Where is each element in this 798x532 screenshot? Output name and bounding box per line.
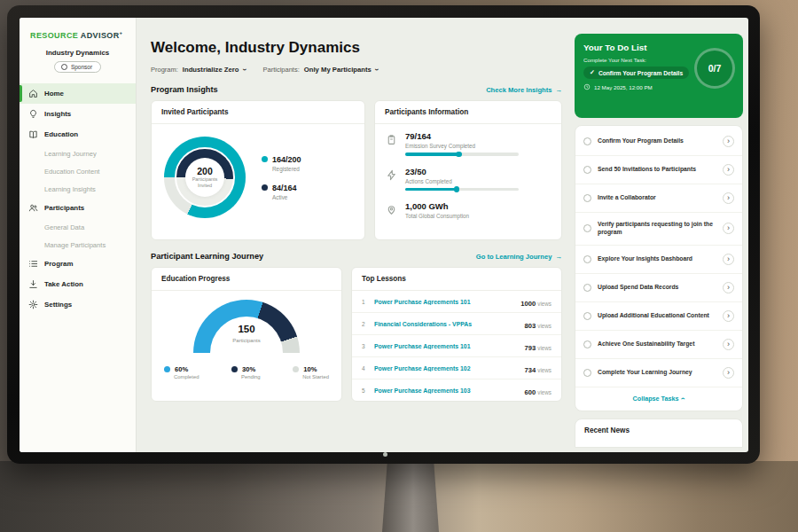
chevron-right-icon[interactable]: › xyxy=(723,310,734,322)
legend-item: 60% Completed xyxy=(164,365,200,379)
participants-select[interactable]: Only My Participants › xyxy=(304,66,378,74)
sponsor-badge-label: Sponsor xyxy=(71,64,92,70)
views-count: 600 xyxy=(525,388,536,396)
task-label: Upload Additional Educational Content xyxy=(598,312,716,320)
sidebar-item-take-action[interactable]: Take Action xyxy=(20,274,136,294)
lesson-views: 734views xyxy=(525,360,552,376)
task-checkbox[interactable] xyxy=(583,255,591,263)
task-label: Confirm Your Program Details xyxy=(598,137,716,145)
education-progress-gauge: 150 Participants xyxy=(193,300,300,355)
task-item[interactable]: Verify participants requesting to join t… xyxy=(575,213,742,246)
arrow-right-icon: → xyxy=(555,253,562,261)
views-label: views xyxy=(537,323,552,329)
recent-news-card: Recent News xyxy=(575,419,743,448)
sidebar-item-manage-participants[interactable]: Manage Participants xyxy=(20,236,136,254)
progress-fill xyxy=(405,188,458,192)
check-more-insights-link[interactable]: Check More Insights → xyxy=(486,86,562,94)
stat-value: 1,000 GWh xyxy=(405,201,469,211)
chevron-right-icon[interactable]: › xyxy=(723,339,734,350)
task-item[interactable]: Confirm Your Program Details › xyxy=(575,128,742,156)
dashboard-screen: RESOURCE ADVISOR+ Industry Dynamics Spon… xyxy=(20,18,748,452)
views-label: views xyxy=(537,367,552,373)
sidebar-item-participants[interactable]: Participants xyxy=(20,198,136,218)
chevron-right-icon[interactable]: › xyxy=(723,254,734,265)
chevron-right-icon[interactable]: › xyxy=(723,192,734,204)
legend-item: 164/200 Registered xyxy=(262,155,301,172)
task-checkbox[interactable] xyxy=(583,194,591,202)
stat-value: 23/50 xyxy=(405,167,519,176)
sidebar: RESOURCE ADVISOR+ Industry Dynamics Spon… xyxy=(20,18,137,452)
org-name: Industry Dynamics xyxy=(20,49,136,57)
task-checkbox[interactable] xyxy=(583,137,591,145)
sidebar-item-education[interactable]: Education xyxy=(20,124,136,145)
sidebar-item-learning-journey[interactable]: Learning Journey xyxy=(20,145,136,162)
chevron-right-icon[interactable]: › xyxy=(723,136,734,147)
task-checkbox[interactable] xyxy=(583,284,591,292)
stat-label: Total Global Consumption xyxy=(405,213,469,219)
gauge-center-value: 150 xyxy=(193,324,300,334)
logo-plus: + xyxy=(120,30,123,35)
legend-item: 30% Pending xyxy=(231,365,261,379)
lesson-link[interactable]: Power Purchase Agreements 103 xyxy=(374,387,519,394)
todo-progress-count: 0/7 xyxy=(708,63,722,74)
sidebar-item-education-content[interactable]: Education Content xyxy=(20,162,136,180)
chevron-right-icon[interactable]: › xyxy=(723,164,734,176)
sidebar-item-label: Education Content xyxy=(44,168,99,176)
progress-bar xyxy=(405,188,519,192)
top-lessons-card: Top Lessons 1 Power Purchase Agreements … xyxy=(351,267,562,402)
sidebar-item-settings[interactable]: Settings xyxy=(20,294,136,315)
task-label: Upload Spend Data Records xyxy=(598,284,716,292)
task-checkbox[interactable] xyxy=(583,166,591,174)
legend-dot xyxy=(262,156,268,162)
participants-information-card: Participants Information 79/164 Emission… xyxy=(374,100,562,240)
sidebar-item-general-data[interactable]: General Data xyxy=(20,218,136,236)
sidebar-item-learning-insights[interactable]: Learning Insights xyxy=(20,180,136,198)
monitor-logo-dot xyxy=(383,452,387,457)
invited-participants-card: Invited Participants 200 Participants In… xyxy=(151,100,365,240)
arrow-right-icon: → xyxy=(555,86,562,94)
legend-item: 84/164 Active xyxy=(262,184,301,200)
legend-dot xyxy=(293,366,299,372)
views-count: 734 xyxy=(525,366,536,374)
take-action-icon xyxy=(28,279,38,289)
consumption-icon xyxy=(386,203,397,215)
lesson-row: 3 Power Purchase Agreements 101 793views xyxy=(352,334,561,356)
task-item[interactable]: Achieve One Sustainability Target › xyxy=(575,331,742,359)
lesson-link[interactable]: Financial Considerations - VPPAs xyxy=(374,321,519,327)
task-checkbox[interactable] xyxy=(583,312,591,320)
go-to-learning-journey-link[interactable]: Go to Learning Journey → xyxy=(476,253,562,261)
chevron-right-icon[interactable]: › xyxy=(723,223,734,234)
sidebar-item-label: Insights xyxy=(44,110,71,118)
donut-center-value: 200 xyxy=(197,166,213,176)
task-checkbox[interactable] xyxy=(583,340,591,348)
task-checkbox[interactable] xyxy=(583,224,591,232)
sidebar-item-label: Manage Participants xyxy=(44,241,106,249)
task-item[interactable]: Send 50 Invitations to Participants › xyxy=(575,156,742,184)
lesson-link[interactable]: Power Purchase Agreements 101 xyxy=(374,343,519,349)
legend-dot xyxy=(231,366,238,372)
task-item[interactable]: Invite a Collaborator › xyxy=(575,184,742,213)
task-item[interactable]: Complete Your Learning Journey › xyxy=(575,359,742,387)
sidebar-item-label: Settings xyxy=(44,301,72,309)
program-select[interactable]: Industrialize Zero › xyxy=(183,66,246,74)
task-item[interactable]: Upload Additional Educational Content › xyxy=(575,302,742,331)
sponsor-icon xyxy=(61,64,67,70)
legend-label: Registered xyxy=(272,166,301,172)
sidebar-item-program[interactable]: Program xyxy=(20,254,136,274)
lesson-link[interactable]: Power Purchase Agreements 102 xyxy=(374,365,519,372)
lesson-row: 2 Financial Considerations - VPPAs 803vi… xyxy=(352,312,561,334)
sidebar-item-home[interactable]: Home xyxy=(20,83,136,104)
collapse-tasks-link[interactable]: Collapse Tasks › xyxy=(575,387,742,409)
task-checkbox[interactable] xyxy=(583,369,591,377)
task-item[interactable]: Upload Spend Data Records › xyxy=(575,274,742,302)
sidebar-item-insights[interactable]: Insights xyxy=(20,104,136,124)
chevron-right-icon[interactable]: › xyxy=(723,367,734,379)
lesson-row: 4 Power Purchase Agreements 102 734views xyxy=(352,356,561,379)
task-item[interactable]: Explore Your Insights Dashboard › xyxy=(575,246,742,274)
lesson-link[interactable]: Power Purchase Agreements 101 xyxy=(374,299,514,305)
next-task-chip[interactable]: ✓ Confirm Your Program Details xyxy=(583,66,689,79)
lesson-list: 1 Power Purchase Agreements 101 1000view… xyxy=(352,291,561,401)
views-label: views xyxy=(537,345,552,351)
stat-value: 79/164 xyxy=(405,131,519,141)
chevron-right-icon[interactable]: › xyxy=(723,282,734,293)
